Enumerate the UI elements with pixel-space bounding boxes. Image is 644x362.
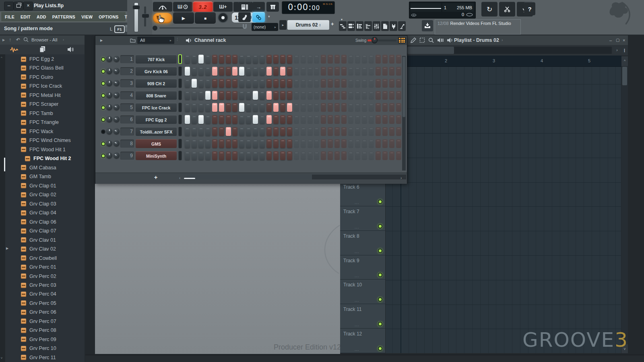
- channel-enable-led[interactable]: [101, 142, 105, 146]
- track-more-label[interactable]: ...: [355, 323, 359, 327]
- rack-page-right-icon[interactable]: ›: [400, 176, 402, 180]
- step-cell[interactable]: [198, 67, 204, 76]
- channel-select-indicator[interactable]: [178, 139, 182, 148]
- channel-number[interactable]: 5: [120, 103, 134, 111]
- pan-knob[interactable]: [106, 116, 112, 122]
- step-cell[interactable]: [369, 55, 374, 64]
- step-cell[interactable]: [308, 127, 313, 136]
- step-cell[interactable]: [362, 79, 367, 88]
- step-cell[interactable]: [212, 67, 217, 76]
- rack-vscroll-thumb[interactable]: [402, 57, 405, 117]
- step-cell[interactable]: [205, 91, 211, 100]
- step-cell[interactable]: [308, 91, 313, 100]
- browser-item[interactable]: Grv Cowbell: [5, 254, 85, 263]
- step-cell[interactable]: [321, 151, 326, 160]
- browser-item[interactable]: Grv Perc 09: [5, 335, 85, 344]
- menu-item-edit[interactable]: EDIT: [21, 14, 31, 19]
- step-cell[interactable]: [260, 127, 265, 136]
- channel-name-button[interactable]: Toidili..azer SFX: [136, 127, 177, 136]
- browser-item[interactable]: Grv Clap 07: [5, 226, 85, 235]
- step-cell[interactable]: [198, 79, 204, 88]
- step-cell[interactable]: [396, 115, 401, 124]
- step-cell[interactable]: [287, 115, 292, 124]
- step-cell[interactable]: [328, 55, 333, 64]
- step-cell[interactable]: [308, 151, 313, 160]
- step-cell[interactable]: [266, 79, 272, 88]
- step-cell[interactable]: [348, 103, 353, 112]
- step-cell[interactable]: [328, 67, 333, 76]
- browser-up-icon[interactable]: ↑: [9, 37, 11, 43]
- step-cell[interactable]: [362, 115, 367, 124]
- step-cell[interactable]: [192, 151, 197, 160]
- panel-expander-icon[interactable]: ▶: [6, 247, 8, 250]
- volume-knob[interactable]: [114, 56, 120, 62]
- step-cell[interactable]: [280, 115, 285, 124]
- step-cell[interactable]: [334, 79, 340, 88]
- step-cell[interactable]: [246, 115, 251, 124]
- channel-enable-led[interactable]: [101, 154, 105, 158]
- step-cell[interactable]: [376, 115, 381, 124]
- playlist-title[interactable]: Playlist - Drums 02: [454, 37, 499, 43]
- track-enable-led[interactable]: [378, 249, 382, 253]
- browser-item[interactable]: FPC Glass Bell: [5, 64, 85, 72]
- step-cell[interactable]: [308, 55, 313, 64]
- typing-keyboard-button[interactable]: [266, 2, 279, 12]
- channel-enable-led[interactable]: [101, 105, 105, 110]
- step-cell[interactable]: [212, 151, 217, 160]
- step-cell[interactable]: [246, 79, 251, 88]
- menu-item-options[interactable]: OPTIONS: [99, 14, 118, 19]
- rack-collapse-icon[interactable]: ▶: [100, 39, 103, 42]
- step-cell[interactable]: [260, 67, 265, 76]
- track-enable-led[interactable]: [378, 224, 382, 228]
- master-volume-slider[interactable]: [134, 2, 138, 32]
- step-cell[interactable]: [212, 139, 217, 148]
- rack-pattern-length-handle[interactable]: [184, 178, 195, 179]
- step-cell[interactable]: [185, 91, 190, 100]
- step-cell[interactable]: [308, 103, 313, 112]
- channel-name-button[interactable]: 808 Snare: [136, 91, 177, 100]
- step-cell[interactable]: [369, 91, 374, 100]
- step-cell[interactable]: [314, 91, 319, 100]
- step-cell[interactable]: [376, 103, 381, 112]
- browser-item[interactable]: Grv Clap 02: [5, 190, 85, 199]
- channel-number[interactable]: 9: [120, 152, 134, 160]
- step-cell[interactable]: [273, 139, 279, 148]
- step-cell[interactable]: [253, 55, 258, 64]
- step-cell[interactable]: [212, 115, 217, 124]
- step-cell[interactable]: [239, 103, 244, 112]
- step-cell[interactable]: [348, 151, 353, 160]
- play-button[interactable]: ▶: [173, 12, 194, 24]
- step-cell[interactable]: [301, 91, 306, 100]
- track-header[interactable]: Track 11...: [340, 304, 385, 329]
- step-cell[interactable]: [266, 91, 272, 100]
- step-cell[interactable]: [232, 67, 237, 76]
- toggle-channel-rack-button[interactable]: [347, 21, 355, 31]
- shuffle-knob[interactable]: [153, 25, 157, 31]
- browser-item[interactable]: Grv Perc 01: [5, 263, 85, 272]
- step-cell[interactable]: [341, 127, 347, 136]
- step-cell[interactable]: [334, 55, 340, 64]
- step-cell[interactable]: [212, 91, 217, 100]
- step-cell[interactable]: [260, 151, 265, 160]
- step-cell[interactable]: [341, 151, 347, 160]
- step-cell[interactable]: [185, 55, 190, 64]
- step-cell[interactable]: [369, 127, 374, 136]
- step-cell[interactable]: [239, 127, 244, 136]
- track-header[interactable]: Track 12...: [340, 329, 385, 353]
- step-cell[interactable]: [287, 91, 292, 100]
- step-cell[interactable]: [253, 139, 258, 148]
- step-cell[interactable]: [232, 139, 237, 148]
- toggle-mixer-button[interactable]: [373, 21, 380, 31]
- step-cell[interactable]: [348, 55, 353, 64]
- step-cell[interactable]: [294, 103, 299, 112]
- browser-collapse-icon[interactable]: ▶: [2, 38, 5, 42]
- volume-knob[interactable]: [114, 128, 120, 134]
- volume-knob[interactable]: [114, 80, 120, 86]
- toggle-project-info-button[interactable]: [381, 21, 389, 31]
- step-cell[interactable]: [328, 139, 333, 148]
- step-cell[interactable]: [253, 79, 258, 88]
- channel-enable-led[interactable]: [101, 130, 105, 134]
- step-edit-mode-button[interactable]: [238, 2, 251, 12]
- playlist-grid[interactable]: [386, 66, 621, 353]
- step-cell[interactable]: [287, 55, 292, 64]
